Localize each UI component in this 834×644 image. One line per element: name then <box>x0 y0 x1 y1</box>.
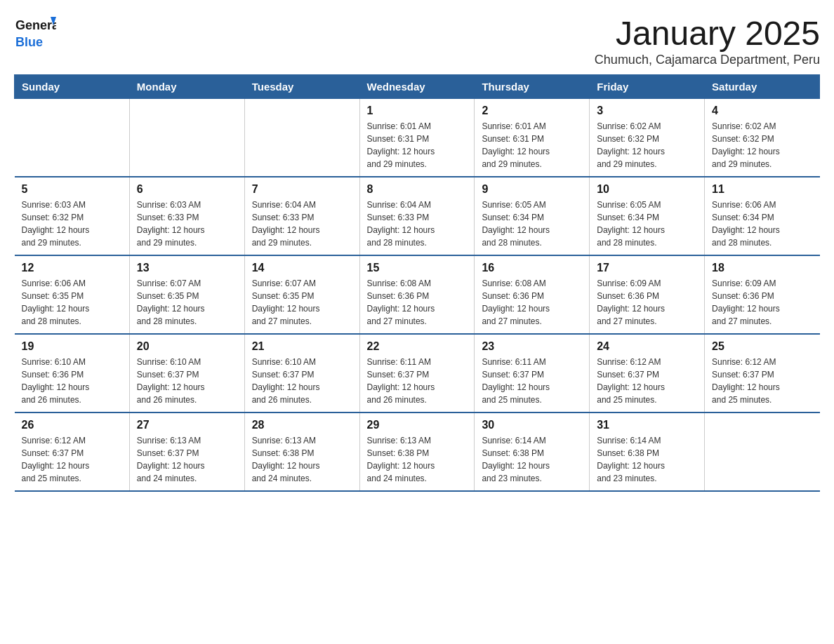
day-info: Sunrise: 6:05 AMSunset: 6:34 PMDaylight:… <box>597 199 697 249</box>
day-info: Sunrise: 6:06 AMSunset: 6:34 PMDaylight:… <box>712 199 812 249</box>
day-number: 10 <box>597 183 697 196</box>
page-header: General Blue January 2025 Chumuch, Cajam… <box>14 14 820 67</box>
header-saturday: Saturday <box>705 75 820 99</box>
day-number: 8 <box>367 183 468 196</box>
calendar-cell <box>129 99 244 177</box>
svg-text:General: General <box>15 18 56 32</box>
day-info: Sunrise: 6:13 AMSunset: 6:37 PMDaylight:… <box>137 434 237 485</box>
week-row-1: 1Sunrise: 6:01 AMSunset: 6:31 PMDaylight… <box>15 99 820 177</box>
calendar-cell: 1Sunrise: 6:01 AMSunset: 6:31 PMDaylight… <box>359 99 475 177</box>
day-number: 25 <box>712 340 812 353</box>
calendar-cell: 6Sunrise: 6:03 AMSunset: 6:33 PMDaylight… <box>129 177 244 255</box>
day-number: 26 <box>22 419 122 431</box>
calendar-cell: 21Sunrise: 6:10 AMSunset: 6:37 PMDayligh… <box>244 334 359 412</box>
day-info: Sunrise: 6:08 AMSunset: 6:36 PMDaylight:… <box>482 277 582 328</box>
svg-text:Blue: Blue <box>15 35 43 49</box>
day-info: Sunrise: 6:14 AMSunset: 6:38 PMDaylight:… <box>482 434 582 485</box>
calendar-cell <box>15 99 130 177</box>
calendar-cell: 10Sunrise: 6:05 AMSunset: 6:34 PMDayligh… <box>590 177 705 255</box>
day-info: Sunrise: 6:10 AMSunset: 6:37 PMDaylight:… <box>137 356 237 406</box>
day-info: Sunrise: 6:10 AMSunset: 6:36 PMDaylight:… <box>22 356 122 406</box>
calendar-cell: 13Sunrise: 6:07 AMSunset: 6:35 PMDayligh… <box>129 255 244 334</box>
calendar-cell: 24Sunrise: 6:12 AMSunset: 6:37 PMDayligh… <box>590 334 705 412</box>
day-info: Sunrise: 6:09 AMSunset: 6:36 PMDaylight:… <box>597 277 697 328</box>
header-friday: Friday <box>590 75 705 99</box>
calendar-cell: 18Sunrise: 6:09 AMSunset: 6:36 PMDayligh… <box>705 255 820 334</box>
day-info: Sunrise: 6:04 AMSunset: 6:33 PMDaylight:… <box>367 199 468 249</box>
week-row-4: 19Sunrise: 6:10 AMSunset: 6:36 PMDayligh… <box>15 334 820 412</box>
calendar-cell: 2Sunrise: 6:01 AMSunset: 6:31 PMDaylight… <box>475 99 590 177</box>
week-row-2: 5Sunrise: 6:03 AMSunset: 6:32 PMDaylight… <box>15 177 820 255</box>
day-info: Sunrise: 6:07 AMSunset: 6:35 PMDaylight:… <box>252 277 352 328</box>
day-number: 1 <box>367 105 468 117</box>
calendar-cell: 28Sunrise: 6:13 AMSunset: 6:38 PMDayligh… <box>244 412 359 491</box>
day-number: 31 <box>597 419 697 431</box>
calendar-table: SundayMondayTuesdayWednesdayThursdayFrid… <box>14 74 820 492</box>
calendar-cell: 30Sunrise: 6:14 AMSunset: 6:38 PMDayligh… <box>475 412 590 491</box>
day-number: 2 <box>482 105 582 117</box>
day-info: Sunrise: 6:02 AMSunset: 6:32 PMDaylight:… <box>712 120 812 170</box>
day-number: 27 <box>137 419 237 431</box>
header-sunday: Sunday <box>15 75 130 99</box>
calendar-cell: 23Sunrise: 6:11 AMSunset: 6:37 PMDayligh… <box>475 334 590 412</box>
day-number: 13 <box>137 262 237 274</box>
day-info: Sunrise: 6:01 AMSunset: 6:31 PMDaylight:… <box>367 120 468 170</box>
day-info: Sunrise: 6:05 AMSunset: 6:34 PMDaylight:… <box>482 199 582 249</box>
calendar-cell <box>705 412 820 491</box>
day-number: 16 <box>482 262 582 274</box>
day-number: 20 <box>137 340 237 353</box>
day-number: 24 <box>597 340 697 353</box>
calendar-cell: 11Sunrise: 6:06 AMSunset: 6:34 PMDayligh… <box>705 177 820 255</box>
calendar-cell: 16Sunrise: 6:08 AMSunset: 6:36 PMDayligh… <box>475 255 590 334</box>
day-number: 4 <box>712 105 812 117</box>
calendar-cell: 12Sunrise: 6:06 AMSunset: 6:35 PMDayligh… <box>15 255 130 334</box>
calendar-cell: 25Sunrise: 6:12 AMSunset: 6:37 PMDayligh… <box>705 334 820 412</box>
day-info: Sunrise: 6:13 AMSunset: 6:38 PMDaylight:… <box>367 434 468 485</box>
logo-icon: General Blue <box>14 14 56 53</box>
day-number: 7 <box>252 183 352 196</box>
day-info: Sunrise: 6:08 AMSunset: 6:36 PMDaylight:… <box>367 277 468 328</box>
day-info: Sunrise: 6:14 AMSunset: 6:38 PMDaylight:… <box>597 434 697 485</box>
day-info: Sunrise: 6:12 AMSunset: 6:37 PMDaylight:… <box>597 356 697 406</box>
calendar-cell: 26Sunrise: 6:12 AMSunset: 6:37 PMDayligh… <box>15 412 130 491</box>
header-wednesday: Wednesday <box>359 75 475 99</box>
calendar-cell: 5Sunrise: 6:03 AMSunset: 6:32 PMDaylight… <box>15 177 130 255</box>
calendar-cell: 14Sunrise: 6:07 AMSunset: 6:35 PMDayligh… <box>244 255 359 334</box>
day-info: Sunrise: 6:07 AMSunset: 6:35 PMDaylight:… <box>137 277 237 328</box>
day-info: Sunrise: 6:02 AMSunset: 6:32 PMDaylight:… <box>597 120 697 170</box>
week-row-5: 26Sunrise: 6:12 AMSunset: 6:37 PMDayligh… <box>15 412 820 491</box>
calendar-cell: 20Sunrise: 6:10 AMSunset: 6:37 PMDayligh… <box>129 334 244 412</box>
day-number: 6 <box>137 183 237 196</box>
location-title: Chumuch, Cajamarca Department, Peru <box>595 53 820 67</box>
calendar-cell: 9Sunrise: 6:05 AMSunset: 6:34 PMDaylight… <box>475 177 590 255</box>
calendar-cell: 17Sunrise: 6:09 AMSunset: 6:36 PMDayligh… <box>590 255 705 334</box>
day-number: 28 <box>252 419 352 431</box>
day-info: Sunrise: 6:03 AMSunset: 6:33 PMDaylight:… <box>137 199 237 249</box>
day-info: Sunrise: 6:13 AMSunset: 6:38 PMDaylight:… <box>252 434 352 485</box>
logo: General Blue <box>14 14 56 57</box>
calendar-cell: 22Sunrise: 6:11 AMSunset: 6:37 PMDayligh… <box>359 334 475 412</box>
day-number: 19 <box>22 340 122 353</box>
calendar-cell: 7Sunrise: 6:04 AMSunset: 6:33 PMDaylight… <box>244 177 359 255</box>
day-number: 12 <box>22 262 122 274</box>
day-number: 30 <box>482 419 582 431</box>
day-info: Sunrise: 6:11 AMSunset: 6:37 PMDaylight:… <box>482 356 582 406</box>
calendar-cell: 8Sunrise: 6:04 AMSunset: 6:33 PMDaylight… <box>359 177 475 255</box>
day-number: 18 <box>712 262 812 274</box>
day-info: Sunrise: 6:10 AMSunset: 6:37 PMDaylight:… <box>252 356 352 406</box>
header-thursday: Thursday <box>475 75 590 99</box>
calendar-cell: 29Sunrise: 6:13 AMSunset: 6:38 PMDayligh… <box>359 412 475 491</box>
calendar-cell: 19Sunrise: 6:10 AMSunset: 6:36 PMDayligh… <box>15 334 130 412</box>
day-info: Sunrise: 6:06 AMSunset: 6:35 PMDaylight:… <box>22 277 122 328</box>
day-info: Sunrise: 6:04 AMSunset: 6:33 PMDaylight:… <box>252 199 352 249</box>
header-tuesday: Tuesday <box>244 75 359 99</box>
day-number: 21 <box>252 340 352 353</box>
calendar-cell: 31Sunrise: 6:14 AMSunset: 6:38 PMDayligh… <box>590 412 705 491</box>
day-number: 15 <box>367 262 468 274</box>
day-number: 9 <box>482 183 582 196</box>
calendar-header-row: SundayMondayTuesdayWednesdayThursdayFrid… <box>15 75 820 99</box>
day-info: Sunrise: 6:12 AMSunset: 6:37 PMDaylight:… <box>22 434 122 485</box>
day-number: 17 <box>597 262 697 274</box>
title-area: January 2025 Chumuch, Cajamarca Departme… <box>595 14 820 67</box>
day-number: 5 <box>22 183 122 196</box>
